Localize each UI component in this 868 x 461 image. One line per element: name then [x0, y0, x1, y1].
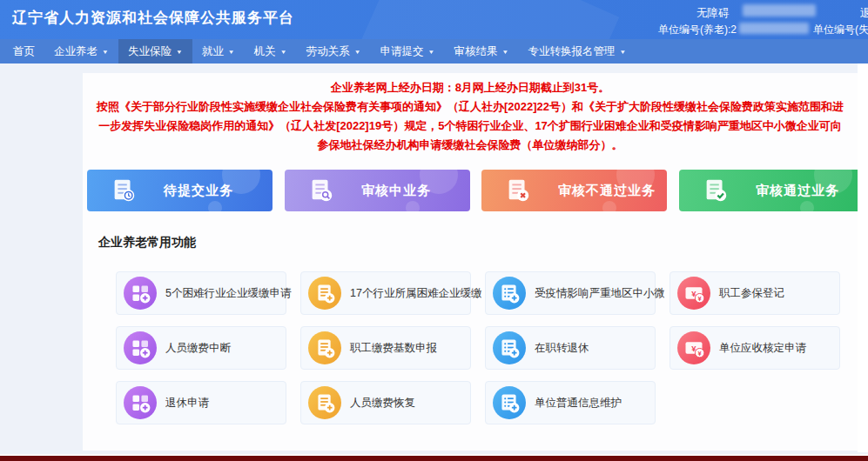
function-label: 职工参保登记	[719, 286, 784, 301]
function-card-active-to-retired[interactable]: 在职转退休	[485, 326, 656, 370]
function-card-17-industry-deferral[interactable]: 17个行业所属困难企业缓缴	[300, 271, 471, 315]
section-title: 企业养老常用功能	[98, 235, 196, 251]
nav-item-labor-relations[interactable]: 劳动关系▼	[297, 39, 371, 63]
chevron-down-icon: ▼	[619, 48, 626, 54]
top-header-bar: 辽宁省人力资源和社会保障公共服务平台 无障碍 退 单位编号(养老):2 单位编号…	[0, 0, 868, 39]
function-label: 人员缴费中断	[165, 341, 231, 356]
nav-item-organ[interactable]: 机关▼	[245, 39, 297, 63]
function-label: 受疫情影响严重地区中小微	[535, 286, 665, 301]
chevron-down-icon: ▼	[502, 48, 509, 54]
function-card-payment-resume[interactable]: 人员缴费恢复	[300, 381, 471, 424]
nav-item-application-submit[interactable]: 申请提交▼	[371, 39, 445, 63]
unit-number-redacted	[739, 23, 809, 34]
review-approved-banner[interactable]: 审核通过业务	[679, 170, 865, 211]
announcement-notice: 企业养老网上经办日期：8月网上经办日期截止到31号。 按照《关于部分行业阶段性实…	[83, 78, 858, 155]
chevron-down-icon: ▼	[176, 48, 183, 54]
pending-submit-banner[interactable]: 待提交业务	[87, 170, 273, 211]
document-plus-icon	[308, 386, 341, 419]
chevron-down-icon: ▼	[428, 48, 435, 54]
modules-plus-icon	[124, 386, 157, 419]
function-label: 单位普通信息维护	[535, 396, 622, 411]
page: 辽宁省人力资源和社会保障公共服务平台 无障碍 退 单位编号(养老):2 单位编号…	[0, 0, 868, 461]
modules-plus-icon	[124, 331, 157, 364]
unit-number-pension: 单位编号(养老):2	[658, 23, 737, 37]
notice-line: 按照《关于部分行业阶段性实施缓缴企业社会保险费有关事项的通知》（辽人社办[202…	[83, 97, 858, 117]
notice-line: 企业养老网上经办日期：8月网上经办日期截止到31号。	[83, 78, 858, 97]
chevron-down-icon: ▼	[228, 48, 235, 54]
banner-label: 审核中业务	[361, 183, 431, 199]
function-label: 在职转退休	[535, 341, 589, 356]
function-card-retirement-application[interactable]: 退休申请	[116, 381, 286, 424]
function-card-receivable-verification[interactable]: ¥ ¥ 单位应收核定申请	[670, 326, 840, 370]
document-plus-icon	[308, 277, 341, 310]
main-nav: 首页 企业养老▼ 失业保险▼ 就业▼ 机关▼ 劳动关系▼ 申请提交▼ 审核结果▼…	[0, 39, 868, 63]
account-name-redacted	[743, 4, 816, 17]
chevron-down-icon: ▼	[280, 48, 287, 54]
function-card-5-industry-deferral[interactable]: 5个困难行业企业缓缴申请	[116, 271, 286, 315]
nav-item-employment[interactable]: 就业▼	[192, 39, 245, 63]
function-label: 17个行业所属困难企业缓缴	[350, 286, 481, 301]
banner-label: 待提交业务	[164, 183, 233, 199]
unit-number-unemployment: 单位编号(失业	[813, 23, 868, 37]
notice-line: 参保地社保经办机构申请缓缴社会保险费（单位缴纳部分）。	[83, 136, 858, 155]
function-label: 职工缴费基数申报	[350, 341, 437, 356]
document-search-icon	[307, 177, 335, 204]
review-rejected-banner[interactable]: 审核不通过业务	[481, 170, 667, 211]
list-plus-icon	[493, 386, 526, 419]
notice-line: 一步发挥失业保险稳岗作用的通知》（辽人社发[2022]19号）规定，5个特困行业…	[83, 117, 858, 136]
function-label: 单位应收核定申请	[719, 341, 806, 356]
function-card-base-declaration[interactable]: 职工缴费基数申报	[300, 326, 471, 370]
nav-item-home[interactable]: 首页	[3, 39, 44, 63]
accessibility-link[interactable]: 无障碍	[696, 6, 730, 21]
footer-band	[0, 454, 868, 461]
function-label: 人员缴费恢复	[350, 396, 415, 411]
logout-link-partial[interactable]: 退	[860, 6, 868, 19]
card-yuan-icon: ¥ ¥	[677, 331, 710, 364]
function-card-payment-interruption[interactable]: 人员缴费中断	[116, 326, 286, 370]
function-label: 退休申请	[165, 396, 209, 411]
document-check-icon	[702, 177, 730, 204]
nav-item-enterprise-pension[interactable]: 企业养老▼	[44, 39, 118, 63]
function-card-unit-info-maintenance[interactable]: 单位普通信息维护	[485, 381, 656, 424]
nav-item-unemployment-insurance[interactable]: 失业保险▼	[118, 39, 192, 63]
document-plus-icon	[308, 331, 341, 364]
site-title: 辽宁省人力资源和社会保障公共服务平台	[12, 8, 294, 28]
list-plus-icon	[493, 277, 526, 310]
scrollbar-track[interactable]	[858, 63, 868, 452]
function-label: 5个困难行业企业缓缴申请	[165, 286, 291, 301]
nav-item-professional-transfer[interactable]: 专业转换报名管理▼	[518, 39, 636, 63]
function-card-epidemic-smes[interactable]: 受疫情影响严重地区中小微	[485, 271, 656, 315]
function-card-employee-registration[interactable]: ¥ ¥ 职工参保登记	[670, 271, 840, 315]
chevron-down-icon: ▼	[354, 48, 361, 54]
in-review-banner[interactable]: 审核中业务	[285, 170, 470, 211]
document-clock-icon	[110, 177, 138, 204]
nav-item-review-results[interactable]: 审核结果▼	[445, 39, 519, 63]
document-x-icon	[504, 177, 532, 204]
list-plus-icon	[493, 331, 526, 364]
modules-plus-icon	[124, 277, 157, 310]
card-yuan-icon: ¥ ¥	[677, 277, 710, 310]
chevron-down-icon: ▼	[102, 48, 109, 54]
